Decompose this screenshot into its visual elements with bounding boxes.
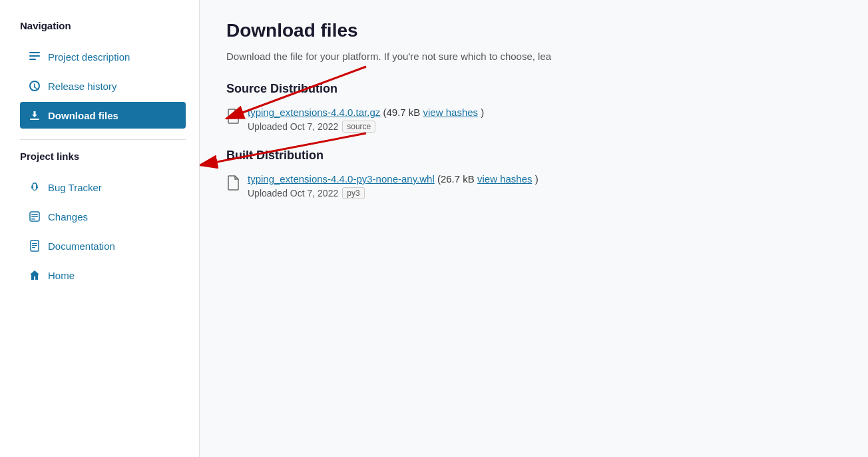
- sidebar-item-documentation[interactable]: Documentation: [20, 232, 186, 259]
- sidebar: Navigation Project description Release h…: [0, 0, 200, 457]
- docs-icon: [28, 239, 41, 252]
- built-view-hashes[interactable]: view hashes: [477, 173, 533, 185]
- file-icon: [226, 108, 240, 126]
- source-file-size: 49.7 kB: [386, 107, 420, 118]
- home-icon: [28, 268, 41, 282]
- svg-rect-9: [32, 243, 37, 244]
- svg-rect-11: [32, 247, 35, 248]
- sidebar-item-download-files[interactable]: Download files: [20, 102, 186, 129]
- sidebar-item-label: Documentation: [48, 240, 115, 252]
- source-file-meta: Uploaded Oct 7, 2022 source: [248, 121, 484, 133]
- sidebar-item-label: Changes: [48, 211, 88, 223]
- svg-rect-7: [31, 219, 35, 220]
- page-title: Download files: [226, 20, 841, 41]
- page-description: Download the file for your platform. If …: [226, 51, 692, 62]
- built-uploaded-text: Uploaded Oct 7, 2022: [248, 188, 338, 199]
- project-links-title: Project links: [20, 151, 186, 162]
- history-icon: [28, 79, 41, 93]
- source-file-info: typing_extensions-4.4.0.tar.gz (49.7 kB …: [248, 107, 484, 133]
- sidebar-item-label: Download files: [48, 110, 118, 121]
- built-file-size: 26.7 kB: [441, 173, 475, 185]
- main-content: Download files Download the file for you…: [200, 0, 868, 457]
- svg-rect-10: [32, 245, 37, 246]
- download-icon: [28, 109, 41, 122]
- source-close-paren: ): [481, 107, 484, 118]
- source-distribution-entry: typing_extensions-4.4.0.tar.gz (49.7 kB …: [226, 107, 841, 133]
- svg-rect-3: [30, 119, 39, 120]
- source-view-hashes[interactable]: view hashes: [423, 107, 479, 118]
- svg-rect-2: [29, 59, 36, 60]
- built-file-info: typing_extensions-4.4.0-py3-none-any.whl…: [248, 173, 539, 199]
- built-badge: py3: [342, 187, 364, 199]
- sidebar-item-label: Bug Tracker: [48, 182, 102, 193]
- source-file-line: typing_extensions-4.4.0.tar.gz (49.7 kB …: [248, 107, 484, 118]
- built-distribution-title: Built Distribution: [226, 149, 841, 163]
- page-wrapper: Navigation Project description Release h…: [0, 0, 868, 457]
- sidebar-item-release-history[interactable]: Release history: [20, 73, 186, 99]
- source-distribution-title: Source Distribution: [226, 82, 841, 96]
- built-file-meta: Uploaded Oct 7, 2022 py3: [248, 187, 539, 199]
- svg-rect-0: [29, 52, 40, 53]
- sidebar-item-label: Home: [48, 270, 75, 281]
- svg-rect-6: [31, 217, 38, 218]
- built-distribution-entry: typing_extensions-4.4.0-py3-none-any.whl…: [226, 173, 841, 199]
- sidebar-item-project-description[interactable]: Project description: [20, 43, 186, 70]
- sidebar-divider: [20, 139, 186, 140]
- sidebar-item-home[interactable]: Home: [20, 262, 186, 288]
- changes-icon: [28, 210, 41, 223]
- built-file-line: typing_extensions-4.4.0-py3-none-any.whl…: [248, 173, 539, 185]
- sidebar-item-label: Project description: [48, 51, 130, 63]
- svg-rect-1: [29, 55, 40, 57]
- file-icon-2: [226, 175, 240, 193]
- sidebar-item-changes[interactable]: Changes: [20, 203, 186, 230]
- lines-icon: [28, 50, 41, 63]
- built-close-paren: ): [535, 173, 539, 185]
- svg-rect-5: [31, 214, 38, 215]
- source-badge: source: [342, 121, 375, 133]
- source-file-link[interactable]: typing_extensions-4.4.0.tar.gz: [248, 107, 380, 118]
- bug-icon: [28, 181, 41, 194]
- sidebar-item-bug-tracker[interactable]: Bug Tracker: [20, 174, 186, 201]
- navigation-title: Navigation: [20, 20, 186, 31]
- sidebar-item-label: Release history: [48, 81, 116, 92]
- built-file-link[interactable]: typing_extensions-4.4.0-py3-none-any.whl: [248, 173, 435, 185]
- arrow-annotations: [200, 0, 868, 457]
- source-uploaded-text: Uploaded Oct 7, 2022: [248, 121, 338, 132]
